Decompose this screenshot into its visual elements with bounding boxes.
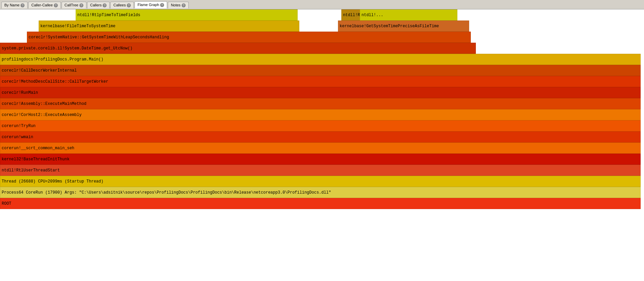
help-icon-callers[interactable]: ? — [103, 3, 107, 7]
corerun-scrt[interactable]: corerun!__scrt_common_main_seh — [0, 143, 641, 154]
row-coreclr-assembly: coreclr!Assembly::ExecuteMainMethod — [0, 98, 644, 109]
tab-call-tree[interactable]: CallTree? — [62, 2, 86, 8]
coreclr-system-native[interactable]: coreclr!SystemNative::GetSystemTimeWithL… — [27, 32, 471, 43]
tab-caller-callee[interactable]: Caller-Callee? — [28, 2, 61, 8]
coreclr-corhost[interactable]: coreclr!CorHost2::ExecuteAssembly — [0, 109, 641, 120]
row-thread: Thread (26688) CPU=2099ms (Startup Threa… — [0, 176, 644, 187]
help-icon-by-name[interactable]: ? — [21, 3, 25, 7]
row-coreclr-calldescrworker: coreclr!CallDescrWorkerInternal — [0, 65, 644, 76]
tab-notes[interactable]: Notes? — [168, 2, 189, 8]
row-corerun-tryrun: corerun!TryRun — [0, 120, 644, 131]
process-corerun[interactable]: Process64 CoreRun (17900) Args: "C:\User… — [0, 187, 641, 198]
tab-callers[interactable]: Callers? — [87, 2, 110, 8]
row-coreclr-methoddesc: coreclr!MethodDescCallSite::CallTargetWo… — [0, 76, 644, 87]
root[interactable]: ROOT — [0, 198, 641, 209]
coreclr-runmain[interactable]: coreclr!RunMain — [0, 87, 641, 98]
row-system-private: system.private.corelib.il!System.DateTim… — [0, 43, 644, 54]
system-private-datetime[interactable]: system.private.corelib.il!System.DateTim… — [0, 43, 476, 54]
tab-callees[interactable]: Callees? — [110, 2, 134, 8]
row-process: Process64 CoreRun (17900) Args: "C:\User… — [0, 187, 644, 198]
ntdll-dots[interactable]: ntdll!... — [360, 9, 457, 21]
tab-bar: By Name?Caller-Callee?CallTree?Callers?C… — [0, 0, 644, 9]
row-corerun-scrt: corerun!__scrt_common_main_seh — [0, 143, 644, 154]
row-kernel32: kernel32!BaseThreadInitThunk — [0, 154, 644, 165]
help-icon-flame-graph[interactable]: ? — [160, 3, 164, 7]
row-ntdll-rtluser: ntdll!RtlUserThreadStart — [0, 165, 644, 176]
tab-flame-graph[interactable]: Flame Graph? — [135, 1, 167, 8]
help-icon-caller-callee[interactable]: ? — [54, 3, 58, 7]
help-icon-callees[interactable]: ? — [127, 3, 131, 7]
row-corerun-wmain: corerun!wmain — [0, 131, 644, 143]
kernelbase-getsystem[interactable]: kernelbase!GetSystemTimePreciseAsFileTim… — [338, 21, 469, 32]
help-icon-call-tree[interactable]: ? — [79, 3, 83, 7]
row-root: ROOT — [0, 198, 644, 209]
corerun-tryrun[interactable]: corerun!TryRun — [0, 120, 641, 131]
ntdll-rtlp[interactable]: ntdll!RtlpTimeToTimeFields — [76, 9, 298, 21]
row-ntdll-top: ntdll!RtlpTimeToTimeFieldsntdll!RtlGetSy… — [0, 9, 644, 21]
coreclr-assembly-execute[interactable]: coreclr!Assembly::ExecuteMainMethod — [0, 98, 641, 109]
profilingdocs-main[interactable]: profilingdocs!ProfilingDocs.Program.Main… — [0, 54, 641, 65]
tab-by-name[interactable]: By Name? — [1, 2, 28, 8]
row-profilingdocs: profilingdocs!ProfilingDocs.Program.Main… — [0, 54, 644, 65]
kernelbase-filetime[interactable]: kernelbase!FileTimeToSystemTime — [39, 21, 299, 32]
ntdll-rtluser[interactable]: ntdll!RtlUserThreadStart — [0, 165, 641, 176]
row-kernelbase: kernelbase!FileTimeToSystemTimekernelbas… — [0, 21, 644, 32]
row-coreclr-corhost: coreclr!CorHost2::ExecuteAssembly — [0, 109, 644, 120]
help-icon-notes[interactable]: ? — [182, 3, 186, 7]
kernel32-basethreadinit[interactable]: kernel32!BaseThreadInitThunk — [0, 154, 641, 165]
coreclr-methoddesc[interactable]: coreclr!MethodDescCallSite::CallTargetWo… — [0, 76, 641, 87]
corerun-wmain[interactable]: corerun!wmain — [0, 131, 641, 143]
row-coreclr-runmain: coreclr!RunMain — [0, 87, 644, 98]
row-coreclr-system: coreclr!SystemNative::GetSystemTimeWithL… — [0, 32, 644, 43]
flame-graph-container: ntdll!RtlpTimeToTimeFieldsntdll!RtlGetSy… — [0, 9, 644, 281]
thread-startup[interactable]: Thread (26688) CPU=2099ms (Startup Threa… — [0, 176, 641, 187]
coreclr-calldescrworker[interactable]: coreclr!CallDescrWorkerInternal — [0, 65, 641, 76]
